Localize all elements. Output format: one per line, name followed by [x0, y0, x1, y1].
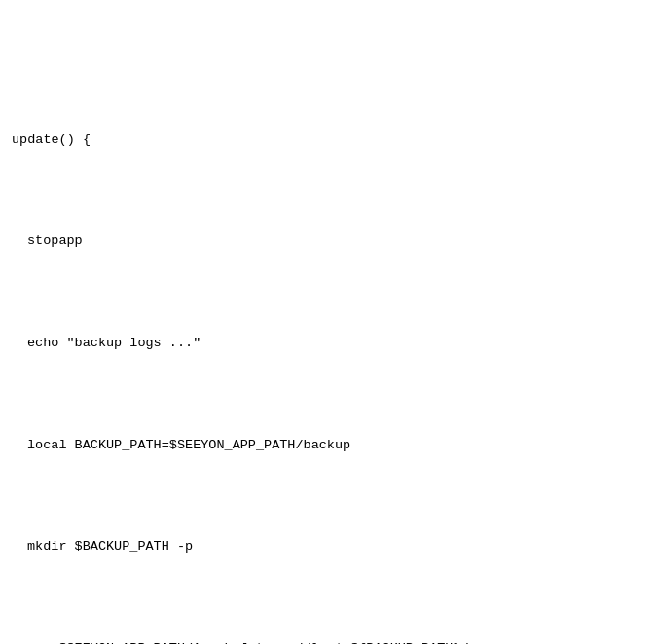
code-line-4: local BACKUP_PATH=$SEEYON_APP_PATH/backu…	[0, 436, 657, 456]
code-lines: update() { stopapp echo "backup logs ...…	[0, 49, 657, 644]
code-line-6: mv $SEEYON_APP_PATH/ApacheJetspeed/log* …	[0, 639, 657, 644]
code-line-5: mkdir $BACKUP_PATH -p	[0, 537, 657, 557]
code-line-2: stopapp	[0, 232, 657, 252]
code-line-3: echo "backup logs ..."	[0, 334, 657, 354]
code-line-1: update() {	[0, 130, 657, 151]
code-editor: update() { stopapp echo "backup logs ...…	[0, 0, 657, 644]
